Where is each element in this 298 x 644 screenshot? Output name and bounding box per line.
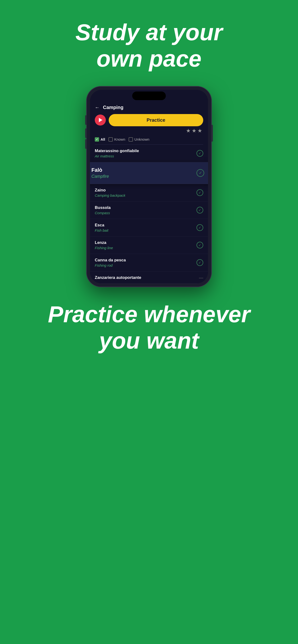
word-secondary-lenza: Fishing line	[95, 246, 197, 250]
check-lenza: ✓	[197, 242, 203, 248]
check-zaino: ✓	[197, 189, 203, 196]
filter-unknown-label: Unknown	[134, 137, 150, 141]
word-primary-lenza: Lenza	[95, 240, 197, 245]
app-header: ← Camping	[90, 102, 208, 113]
dash-zanzariera: —	[199, 275, 203, 280]
bottom-headline: Practice whenever you want	[48, 301, 250, 354]
filter-all-label: All	[100, 137, 105, 141]
filter-all[interactable]: All	[95, 137, 105, 142]
check-bussola: ✓	[197, 207, 203, 214]
word-text-lenza: Lenza Fishing line	[95, 240, 197, 250]
practice-row: Practice	[90, 113, 208, 126]
word-secondary-falo: Campfire	[91, 174, 197, 179]
word-text-falo: Falò Campfire	[91, 167, 197, 179]
checkbox-unknown[interactable]	[129, 137, 133, 142]
top-headline-line2: own pace	[96, 46, 201, 72]
bottom-headline-line1: Practice whenever	[48, 302, 250, 327]
word-item-zanzariera[interactable]: Zanzariera autoportante —	[90, 272, 208, 284]
star-3: ★	[198, 128, 202, 134]
bottom-headline-line2: you want	[99, 328, 199, 354]
word-secondary-esca: Fish bait	[95, 228, 197, 232]
page-title: Camping	[103, 105, 123, 110]
checkbox-known[interactable]	[108, 137, 113, 142]
play-button[interactable]	[95, 114, 106, 126]
check-materassino: ✓	[197, 150, 203, 157]
star-1: ★	[186, 128, 191, 134]
word-primary-falo: Falò	[91, 167, 197, 173]
screen-content: ← Camping Practice ★ ★ ★	[90, 102, 208, 284]
star-2: ★	[192, 128, 197, 134]
top-headline-section: Study at your own pace	[56, 0, 242, 86]
word-primary-bussola: Bussola	[95, 205, 197, 210]
check-canna: ✓	[197, 259, 203, 266]
phone-screen: ← Camping Practice ★ ★ ★	[90, 90, 208, 284]
word-item-lenza[interactable]: Lenza Fishing line ✓	[90, 236, 208, 254]
check-falo: ✓	[197, 169, 204, 177]
play-icon	[99, 118, 102, 122]
dynamic-island	[132, 92, 166, 100]
word-primary-canna: Canna da pesca	[95, 258, 197, 262]
word-primary-zanzariera: Zanzariera autoportante	[95, 275, 199, 280]
checkbox-all[interactable]	[95, 137, 99, 142]
top-headline-line1: Study at your	[75, 20, 222, 45]
bottom-headline-section: Practice whenever you want	[29, 287, 269, 373]
notch-area	[90, 90, 208, 102]
filter-row: All Known Unknown	[90, 136, 208, 144]
word-text-zaino: Zaino Camping backpack	[95, 188, 197, 198]
word-item-materassino[interactable]: Materassino gonfiabile Air mattress ✓	[90, 145, 208, 162]
word-item-esca[interactable]: Esca Fish bait ✓	[90, 219, 208, 236]
word-secondary-zaino: Camping backpack	[95, 193, 197, 198]
word-item-canna[interactable]: Canna da pesca Fishing rod ✓	[90, 254, 208, 272]
word-item-zaino[interactable]: Zaino Camping backpack ✓	[90, 184, 208, 202]
top-headline: Study at your own pace	[75, 19, 222, 72]
check-esca: ✓	[197, 224, 203, 231]
word-secondary-bussola: Compass	[95, 211, 197, 215]
filter-known-label: Known	[114, 137, 125, 141]
back-button[interactable]: ←	[95, 105, 100, 110]
filter-known[interactable]: Known	[108, 137, 125, 142]
word-primary-esca: Esca	[95, 223, 197, 228]
word-text-canna: Canna da pesca Fishing rod	[95, 258, 197, 268]
practice-button[interactable]: Practice	[109, 114, 203, 126]
word-item-bussola[interactable]: Bussola Compass ✓	[90, 202, 208, 219]
stars-row: ★ ★ ★	[90, 126, 208, 136]
filter-unknown[interactable]: Unknown	[129, 137, 150, 142]
word-item-falo-highlighted[interactable]: Falò Campfire ✓	[90, 162, 208, 184]
word-text-materassino: Materassino gonfiabile Air mattress	[95, 148, 197, 158]
word-list: Materassino gonfiabile Air mattress ✓ Fa…	[90, 145, 208, 284]
word-secondary-canna: Fishing rod	[95, 263, 197, 268]
phone-mockup: ← Camping Practice ★ ★ ★	[87, 86, 211, 287]
word-primary-zaino: Zaino	[95, 188, 197, 192]
word-text-zanzariera: Zanzariera autoportante	[95, 275, 199, 280]
word-primary-materassino: Materassino gonfiabile	[95, 148, 197, 153]
phone-frame: ← Camping Practice ★ ★ ★	[87, 86, 211, 287]
word-text-bussola: Bussola Compass	[95, 205, 197, 215]
word-secondary-materassino: Air mattress	[95, 154, 197, 158]
word-text-esca: Esca Fish bait	[95, 223, 197, 232]
